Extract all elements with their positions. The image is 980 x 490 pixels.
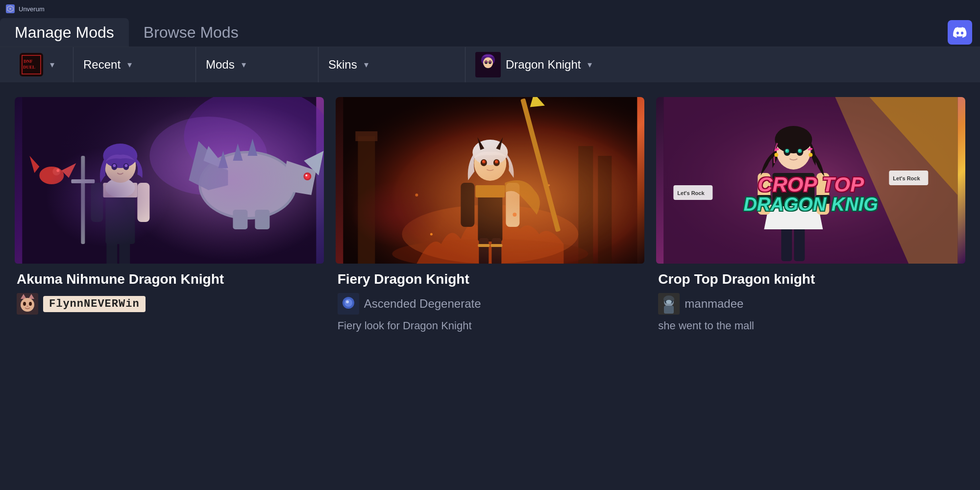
svg-marker-29 — [233, 144, 243, 161]
svg-point-127 — [666, 300, 672, 304]
svg-rect-23 — [233, 210, 247, 229]
mod-image-3: CROP TOP DRAGON KNIG — [656, 97, 965, 264]
svg-rect-71 — [491, 238, 501, 264]
svg-text:Let's Rock: Let's Rock — [893, 175, 921, 181]
tab-browse-mods[interactable]: Browse Mods — [129, 18, 253, 47]
svg-marker-22 — [203, 146, 228, 171]
svg-point-93 — [346, 300, 349, 303]
mod-author-1: FlynnNEVERWin — [17, 293, 322, 315]
mod-author-3: manmadee — [658, 293, 963, 315]
svg-rect-35 — [137, 183, 149, 222]
mod-title-3: Crop Top Dragon knight — [658, 271, 963, 287]
svg-rect-67 — [475, 185, 505, 197]
filter-sort[interactable]: Recent ▾ — [74, 47, 196, 82]
svg-point-74 — [474, 146, 506, 181]
svg-point-16 — [149, 117, 267, 195]
svg-rect-37 — [119, 239, 130, 264]
svg-point-43 — [124, 164, 127, 167]
mod-card-1[interactable]: Akuma Nihmune Dragon Knight — [15, 97, 324, 475]
mod-image-2 — [336, 97, 645, 264]
svg-rect-66 — [478, 188, 502, 242]
svg-text:Let's Rock: Let's Rock — [678, 190, 705, 196]
svg-point-79 — [493, 159, 499, 166]
svg-point-65 — [402, 205, 578, 264]
svg-point-11 — [486, 61, 487, 63]
svg-point-75 — [472, 140, 508, 165]
filter-character[interactable]: Dragon Knight ▾ — [466, 47, 662, 82]
svg-point-18 — [201, 153, 294, 217]
svg-point-40 — [111, 163, 117, 170]
crop-top-overlay-text: CROP TOP DRAGON KNIG — [743, 174, 878, 214]
svg-rect-44 — [81, 156, 85, 244]
character-thumbnail — [475, 52, 501, 77]
svg-rect-69 — [506, 183, 519, 227]
svg-marker-76 — [477, 137, 484, 150]
svg-point-116 — [775, 153, 779, 157]
mod-card-2[interactable]: Fiery Dragon Knight Ascended Degenerate … — [336, 97, 645, 475]
mod-card-3[interactable]: CROP TOP DRAGON KNIG — [656, 97, 965, 475]
svg-point-12 — [490, 61, 491, 63]
svg-marker-47 — [61, 163, 76, 178]
svg-rect-84 — [520, 98, 561, 232]
category-label: Skins — [328, 58, 357, 72]
nav-tabs: Manage Mods Browse Mods — [0, 18, 980, 47]
svg-point-117 — [809, 153, 813, 157]
svg-point-55 — [23, 302, 26, 306]
svg-point-8 — [483, 57, 493, 68]
card2-artwork — [336, 97, 645, 264]
svg-text:DNF: DNF — [24, 59, 33, 64]
svg-marker-77 — [496, 137, 503, 150]
author-badge-1: FlynnNEVERWin — [43, 296, 146, 312]
svg-rect-59 — [343, 97, 637, 264]
mod-desc-2: Fiery look for Dragon Knight — [338, 319, 643, 332]
filter-game[interactable]: DNF DUEL ▾ — [10, 47, 74, 82]
svg-rect-70 — [479, 238, 489, 264]
svg-marker-19 — [282, 161, 316, 195]
svg-rect-72 — [478, 244, 490, 247]
mod-desc-3: she went to the mall — [658, 319, 963, 332]
svg-point-38 — [104, 148, 136, 183]
svg-point-49 — [52, 168, 60, 175]
svg-point-115 — [799, 149, 801, 151]
type-label: Mods — [206, 58, 235, 72]
svg-point-114 — [786, 149, 788, 151]
character-label: Dragon Knight — [506, 58, 581, 72]
filter-bar: DNF DUEL ▾ Recent ▾ Mods ▾ Skins ▾ — [0, 47, 980, 82]
mod-info-3: Crop Top Dragon knight — [656, 264, 965, 332]
svg-point-54 — [21, 298, 34, 312]
svg-marker-48 — [29, 156, 39, 173]
svg-rect-100 — [794, 224, 805, 261]
svg-marker-30 — [247, 139, 257, 156]
mod-title-2: Fiery Dragon Knight — [338, 271, 643, 287]
discord-button[interactable] — [948, 20, 972, 45]
app-title: Unverum — [19, 5, 45, 13]
svg-point-82 — [482, 161, 484, 162]
svg-point-78 — [480, 159, 487, 166]
svg-point-56 — [29, 302, 32, 306]
svg-marker-28 — [218, 151, 228, 168]
svg-marker-21 — [189, 141, 228, 190]
sort-chevron: ▾ — [127, 59, 132, 70]
svg-point-80 — [482, 160, 485, 164]
svg-point-41 — [123, 163, 129, 170]
tab-manage-mods[interactable]: Manage Mods — [0, 18, 129, 47]
svg-rect-13 — [22, 97, 316, 264]
mods-grid: Akuma Nihmune Dragon Knight — [15, 97, 965, 475]
svg-point-64 — [392, 239, 588, 264]
filter-type[interactable]: Mods ▾ — [196, 47, 318, 82]
main-content: Akuma Nihmune Dragon Knight — [0, 82, 980, 490]
author-avatar-1 — [17, 293, 38, 315]
svg-point-1 — [9, 8, 11, 10]
mod-title-1: Akuma Nihmune Dragon Knight — [17, 271, 322, 287]
filter-category[interactable]: Skins ▾ — [318, 47, 466, 82]
svg-point-57 — [26, 306, 28, 307]
author-name-2: Ascended Degenerate — [364, 297, 481, 311]
svg-rect-31 — [105, 185, 135, 244]
svg-point-87 — [548, 184, 550, 186]
author-name-1: FlynnNEVERWin — [49, 298, 140, 310]
svg-point-88 — [513, 213, 516, 217]
svg-rect-60 — [358, 136, 375, 264]
svg-point-17 — [198, 151, 296, 220]
card1-artwork — [15, 97, 324, 264]
svg-point-15 — [184, 97, 323, 185]
